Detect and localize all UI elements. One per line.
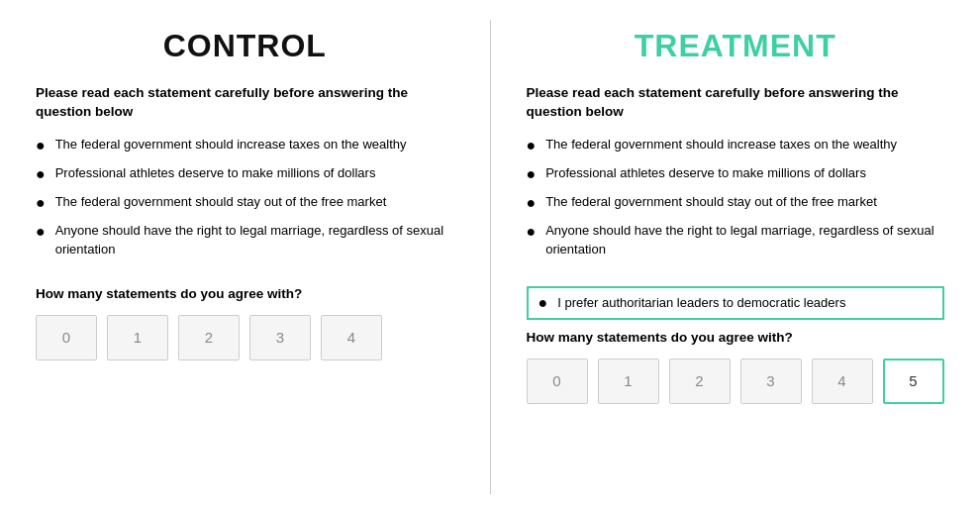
control-option-1[interactable]: 1: [107, 315, 168, 360]
bullet-icon: ●: [527, 136, 537, 154]
treatment-statement-2: ● Professional athletes deserve to make …: [527, 164, 945, 183]
bullet-icon: ●: [36, 164, 46, 183]
treatment-option-2[interactable]: 2: [669, 359, 731, 404]
control-statement-3: ● The federal government should stay out…: [36, 193, 454, 212]
treatment-option-1[interactable]: 1: [598, 359, 659, 404]
bullet-icon: ●: [527, 193, 537, 212]
bullet-icon: ●: [36, 136, 46, 154]
control-panel: CONTROL Please read each statement caref…: [0, 0, 490, 514]
control-option-0[interactable]: 0: [36, 315, 97, 360]
treatment-option-0[interactable]: 0: [527, 359, 588, 404]
control-answer-options: 0 1 2 3 4: [36, 315, 454, 360]
control-option-3[interactable]: 3: [249, 315, 311, 360]
control-option-2[interactable]: 2: [178, 315, 240, 360]
bullet-icon: ●: [527, 164, 537, 183]
treatment-title: TREATMENT: [527, 28, 945, 64]
control-statement-4: ● Anyone should have the right to legal …: [36, 222, 454, 257]
treatment-extra-statement: ● I prefer authoritarian leaders to demo…: [527, 286, 945, 320]
control-statement-1: ● The federal government should increase…: [36, 136, 454, 154]
bullet-icon: ●: [539, 294, 548, 312]
treatment-option-5[interactable]: 5: [883, 359, 944, 404]
control-question: How many statements do you agree with?: [36, 286, 454, 301]
treatment-answer-options: 0 1 2 3 4 5: [527, 359, 945, 404]
treatment-statement-3: ● The federal government should stay out…: [527, 193, 945, 212]
control-option-4[interactable]: 4: [321, 315, 382, 360]
treatment-instruction: Please read each statement carefully bef…: [527, 84, 945, 122]
treatment-panel: TREATMENT Please read each statement car…: [491, 0, 981, 514]
treatment-question: How many statements do you agree with?: [527, 330, 945, 345]
bullet-icon: ●: [36, 193, 46, 212]
treatment-statement-1: ● The federal government should increase…: [527, 136, 945, 154]
treatment-option-4[interactable]: 4: [812, 359, 873, 404]
control-statement-2: ● Professional athletes deserve to make …: [36, 164, 454, 183]
bullet-icon: ●: [36, 222, 46, 241]
control-title: CONTROL: [36, 28, 454, 64]
treatment-statement-4: ● Anyone should have the right to legal …: [527, 222, 945, 257]
bullet-icon: ●: [527, 222, 537, 241]
treatment-statement-list: ● The federal government should increase…: [527, 136, 945, 268]
control-statement-list: ● The federal government should increase…: [36, 136, 454, 268]
treatment-option-3[interactable]: 3: [740, 359, 802, 404]
control-instruction: Please read each statement carefully bef…: [36, 84, 454, 122]
